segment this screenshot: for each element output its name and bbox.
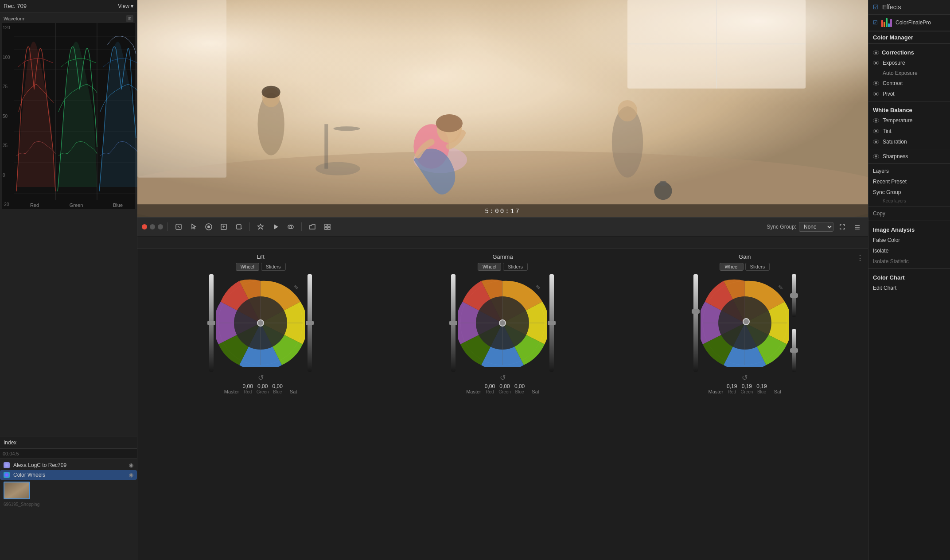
layer-item-colorwheels[interactable]: Color Wheels ◉ bbox=[0, 470, 137, 480]
gain-master-label: Master bbox=[708, 389, 723, 394]
fullscreen-btn[interactable] bbox=[836, 221, 849, 233]
false-color-item[interactable]: False Color bbox=[868, 235, 950, 245]
svg-point-75 bbox=[743, 319, 749, 325]
gain-sat-slider1[interactable] bbox=[792, 274, 796, 317]
minimize-dot[interactable] bbox=[150, 224, 155, 229]
gain-values: ↺ Master 0,19 Red 0,19 Green bbox=[626, 374, 864, 394]
svg-line-40 bbox=[178, 226, 179, 228]
sharpness-eye[interactable] bbox=[873, 154, 879, 159]
saturation-eye[interactable] bbox=[873, 140, 879, 144]
play-btn[interactable] bbox=[269, 221, 282, 233]
saturation-item[interactable]: Saturation bbox=[868, 136, 950, 147]
contrast-eye[interactable] bbox=[873, 81, 879, 86]
lift-reset-btn[interactable]: ↺ bbox=[258, 374, 264, 381]
clip-name: 696195_Shopping bbox=[0, 501, 137, 508]
gain-more-btn[interactable]: ⋮ bbox=[857, 254, 864, 262]
contrast-item[interactable]: Contrast bbox=[868, 78, 950, 89]
index-section: Index 00:04:5 Alexa LogC to Rec709 ◉ Col… bbox=[0, 436, 137, 560]
gain-master-slider[interactable] bbox=[693, 274, 698, 372]
color-chart-title: Color Chart bbox=[868, 271, 950, 283]
gamma-master-label: Master bbox=[466, 389, 481, 394]
close-dot[interactable] bbox=[142, 224, 147, 229]
svg-text:5:00:17: 5:00:17 bbox=[485, 208, 520, 215]
layer-eye-alexa[interactable]: ◉ bbox=[129, 462, 133, 468]
edit-tool-btn[interactable] bbox=[218, 221, 230, 233]
isolate-item[interactable]: Isolate bbox=[868, 245, 950, 256]
marker-btn[interactable] bbox=[254, 221, 267, 233]
svg-text:✎: ✎ bbox=[536, 284, 541, 291]
sync-group-select[interactable]: None Group 1 Group 2 bbox=[799, 222, 833, 232]
rec-label: Rec. 709 bbox=[4, 3, 27, 9]
gain-title: Gain bbox=[739, 253, 751, 260]
tint-eye[interactable] bbox=[873, 129, 879, 133]
gamma-color-wheel[interactable]: ✎ bbox=[458, 279, 547, 367]
temperature-eye[interactable] bbox=[873, 118, 879, 123]
gain-tabs: Wheel Sliders bbox=[720, 263, 770, 271]
lift-wheel-tab[interactable]: Wheel bbox=[236, 263, 259, 271]
layer-eye-colorwheels[interactable]: ◉ bbox=[129, 472, 133, 478]
lift-green-label: Green bbox=[257, 389, 269, 394]
folder-btn[interactable] bbox=[306, 221, 319, 233]
gamma-title: Gamma bbox=[492, 253, 513, 260]
copy-item[interactable]: Copy bbox=[868, 208, 950, 219]
center-panel: 5:00:17 bbox=[137, 0, 868, 560]
color-tool-btn[interactable] bbox=[202, 221, 215, 233]
video-preview: 5:00:17 bbox=[137, 0, 868, 217]
lift-sliders-tab[interactable]: Sliders bbox=[261, 263, 286, 271]
waveform-expand-btn[interactable]: ⊞ bbox=[126, 15, 133, 22]
gamma-reset-btn[interactable]: ↺ bbox=[500, 374, 506, 381]
lift-master-slider[interactable] bbox=[209, 274, 214, 372]
crop-tool-btn[interactable] bbox=[233, 221, 245, 233]
layout-btn[interactable] bbox=[851, 221, 864, 233]
layer-item-alexa[interactable]: Alexa LogC to Rec709 ◉ bbox=[0, 460, 137, 470]
recent-preset-item[interactable]: Recent Preset bbox=[868, 176, 950, 187]
layers-label: Layers bbox=[873, 168, 889, 174]
gamma-sat-slider[interactable] bbox=[549, 274, 554, 372]
exposure-item[interactable]: Exposure bbox=[868, 58, 950, 68]
grid-btn[interactable] bbox=[321, 221, 334, 233]
pivot-eye[interactable] bbox=[873, 92, 879, 96]
edit-chart-item[interactable]: Edit Chart bbox=[868, 283, 950, 293]
pointer-tool-btn[interactable] bbox=[187, 221, 200, 233]
svg-rect-36 bbox=[137, 0, 868, 217]
gamma-wheel-tab[interactable]: Wheel bbox=[478, 263, 501, 271]
gain-wheel-section: Gain ⋮ Wheel Sliders bbox=[626, 253, 864, 556]
gamma-sliders-tab[interactable]: Sliders bbox=[503, 263, 528, 271]
layers-item[interactable]: Layers bbox=[868, 166, 950, 176]
gain-sat-slider2[interactable] bbox=[792, 329, 796, 372]
timeline-bar: 00:04:5 bbox=[0, 449, 137, 459]
corrections-eye[interactable] bbox=[873, 51, 879, 55]
auto-exposure-item[interactable]: Auto Exposure bbox=[868, 68, 950, 78]
color-correct-btn[interactable] bbox=[284, 221, 297, 233]
gain-sliders-tab[interactable]: Sliders bbox=[745, 263, 770, 271]
effects-checkbox-icon[interactable]: ☑ bbox=[873, 4, 879, 11]
exposure-eye[interactable] bbox=[873, 61, 879, 65]
gamma-master-slider[interactable] bbox=[451, 274, 456, 372]
gain-green-val: 0,19 bbox=[742, 383, 752, 389]
right-panel: ☑ Effects ☑ ColorFinalePro Color Manager bbox=[868, 0, 950, 560]
gain-color-wheel[interactable]: ✎ bbox=[701, 279, 789, 367]
pivot-item[interactable]: Pivot bbox=[868, 89, 950, 99]
tint-label: Tint bbox=[883, 128, 892, 134]
temperature-item[interactable]: Temperature bbox=[868, 115, 950, 126]
gain-reset-btn[interactable]: ↺ bbox=[742, 374, 748, 381]
lift-sat-slider[interactable] bbox=[308, 274, 312, 372]
expand-dot[interactable] bbox=[158, 224, 163, 229]
tint-item[interactable]: Tint bbox=[868, 126, 950, 136]
gain-wheel-tab[interactable]: Wheel bbox=[720, 263, 743, 271]
view-button[interactable]: View ▾ bbox=[118, 3, 133, 9]
sharpness-item[interactable]: Sharpness bbox=[868, 151, 950, 162]
plugin-checkbox[interactable]: ☑ bbox=[873, 19, 878, 26]
sync-group-item[interactable]: Sync Group bbox=[868, 187, 950, 198]
divider-6 bbox=[868, 221, 950, 221]
layer-name-colorwheels: Color Wheels bbox=[13, 472, 45, 478]
waveform-y-labels: 120 100 75 50 25 0 -20 bbox=[2, 23, 15, 209]
top-bar: Rec. 709 View ▾ bbox=[0, 0, 137, 12]
gamma-wheel-section: Gamma Wheel Sliders bbox=[384, 253, 621, 556]
isolate-stats-item[interactable]: Isolate Statistic bbox=[868, 256, 950, 267]
select-tool-btn[interactable] bbox=[172, 221, 185, 233]
gamma-red-val: 0,00 bbox=[485, 383, 495, 389]
thumb-selected[interactable] bbox=[4, 482, 30, 499]
plugin-item[interactable]: ☑ ColorFinalePro bbox=[868, 15, 950, 31]
lift-color-wheel[interactable]: ✎ bbox=[216, 279, 305, 367]
